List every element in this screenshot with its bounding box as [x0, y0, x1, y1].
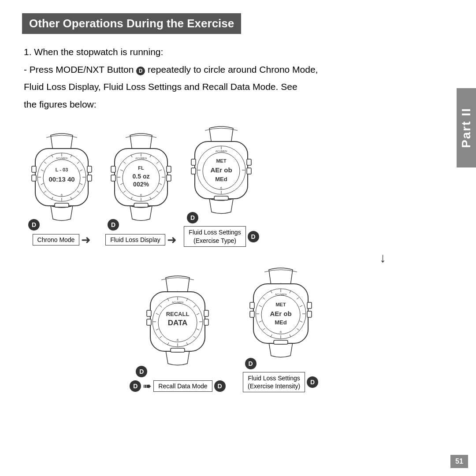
label-fluid-loss-settings-intensity: Fluid Loss Settings (Exercise Intensity) [243, 372, 305, 392]
svg-rect-73 [247, 159, 251, 165]
svg-rect-24 [32, 175, 36, 181]
watch3-unit: ACUMEN 12 MET AEr ob MEd 6 D Fluid Loss … [181, 124, 262, 246]
svg-rect-133 [307, 311, 312, 317]
top-watch-row: ACUMEN 12 L - 03 00:13 40 6 D [22, 124, 430, 246]
svg-text:6: 6 [140, 193, 142, 197]
svg-rect-71 [191, 159, 196, 165]
svg-text:6: 6 [61, 193, 63, 197]
arrow-left-recall: ➠ [143, 380, 152, 392]
svg-text:RECALL: RECALL [166, 311, 190, 317]
svg-text:AEr ob: AEr ob [270, 310, 291, 317]
svg-text:00:13 40: 00:13 40 [48, 175, 74, 183]
svg-text:6: 6 [177, 338, 178, 342]
svg-rect-103 [204, 319, 208, 325]
watch4-svg: ACUMEN 12 RECALL DATA 6 [136, 273, 219, 370]
d-button-watch1: D [28, 219, 40, 231]
svg-rect-26 [87, 175, 92, 181]
arrow-down-1: ↓ [379, 250, 386, 265]
watch1-unit: ACUMEN 12 L - 03 00:13 40 6 D [22, 131, 101, 247]
d-button-label3: D [248, 231, 259, 242]
d-button-watch2: D [108, 219, 119, 231]
svg-rect-54 [111, 175, 115, 181]
instruction-3: Fluid Loss Display, Fluid Loss Settings … [24, 79, 430, 94]
svg-rect-56 [167, 175, 171, 181]
svg-rect-74 [247, 168, 251, 174]
instruction-1: 1. When the stopwatch is running: [24, 45, 430, 60]
down-arrow-area: ↓ [22, 250, 386, 265]
svg-rect-132 [307, 302, 312, 309]
label-fluid-loss-settings-type: Fluid Loss Settings (Exercise Type) [184, 226, 245, 246]
svg-text:002%: 002% [133, 181, 149, 188]
svg-text:6: 6 [220, 186, 222, 190]
d-button-inline: D [136, 67, 145, 75]
section-header: Other Operations During the Exercise [22, 13, 241, 34]
bottom-watch-row: ACUMEN 12 RECALL DATA 6 D D ➠ Recall [22, 265, 430, 392]
svg-rect-55 [167, 166, 171, 172]
watch2-unit: ACUMEN 12 FL 0.5 oz 002% 6 D Fluid Loss … [101, 131, 181, 247]
instructions: 1. When the stopwatch is running: - Pres… [22, 45, 430, 112]
d-button-watch5: D [245, 358, 257, 369]
svg-rect-101 [147, 319, 151, 325]
d-button-watch4: D [136, 366, 147, 377]
watch5-svg: ACUMEN 12 MET AEr ob MEd 6 [239, 265, 323, 362]
svg-rect-25 [87, 166, 92, 172]
d-button-recall-right: D [214, 380, 226, 392]
instruction-4: the figures below: [24, 97, 430, 112]
page-number: 51 [450, 455, 468, 468]
svg-rect-130 [250, 302, 254, 309]
svg-rect-53 [111, 166, 115, 172]
svg-text:MET: MET [275, 302, 286, 307]
svg-text:ACUMEN: ACUMEN [135, 157, 147, 160]
svg-rect-72 [191, 168, 196, 174]
svg-rect-131 [250, 311, 254, 317]
svg-rect-58 [134, 203, 148, 207]
svg-rect-100 [147, 310, 151, 316]
watch1-svg: ACUMEN 12 L - 03 00:13 40 6 [22, 131, 101, 223]
svg-text:DATA: DATA [168, 319, 188, 327]
svg-rect-28 [55, 203, 69, 207]
part-tab-label: Part II [459, 108, 473, 148]
svg-rect-105 [171, 348, 185, 352]
svg-text:0.5 oz: 0.5 oz [133, 173, 150, 180]
svg-rect-102 [204, 310, 208, 316]
label-chrono-mode: Chrono Mode [33, 234, 80, 245]
part-tab: Part II [457, 88, 476, 167]
svg-text:6: 6 [280, 331, 282, 334]
arrow-right-2: ➜ [167, 233, 177, 247]
svg-rect-23 [32, 166, 36, 172]
svg-text:MEd: MEd [215, 176, 227, 182]
arrow-right-1: ➜ [81, 233, 91, 247]
svg-text:FL: FL [138, 165, 144, 171]
svg-text:L - 03: L - 03 [56, 167, 68, 172]
main-content: Other Operations During the Exercise 1. … [0, 0, 457, 405]
watch3-svg: ACUMEN 12 MET AEr ob MEd 6 [181, 124, 262, 216]
d-button-recall-left: D [130, 380, 141, 392]
label-fluid-loss-display: Fluid Loss Display [105, 234, 165, 245]
watch2-svg: ACUMEN 12 FL 0.5 oz 002% 6 [101, 131, 181, 223]
d-button-intensity: D [307, 376, 318, 388]
svg-text:ACUMEN: ACUMEN [216, 150, 227, 152]
label-recall-data-mode: Recall Data Mode [153, 380, 212, 392]
svg-rect-76 [214, 196, 228, 200]
svg-text:AEr ob: AEr ob [210, 166, 232, 174]
svg-rect-135 [274, 340, 288, 344]
watch5-unit: ACUMEN 12 MET AEr ob MEd 6 D Fluid Loss … [239, 265, 323, 392]
svg-text:MET: MET [216, 158, 227, 164]
instruction-2: - Press MODE/NXT Button D repeatedly to … [24, 62, 430, 77]
d-button-watch3: D [187, 212, 198, 223]
svg-text:ACUMEN: ACUMEN [56, 157, 67, 160]
watch4-unit: ACUMEN 12 RECALL DATA 6 D D ➠ Recall [130, 273, 225, 392]
svg-text:MEd: MEd [275, 319, 287, 326]
